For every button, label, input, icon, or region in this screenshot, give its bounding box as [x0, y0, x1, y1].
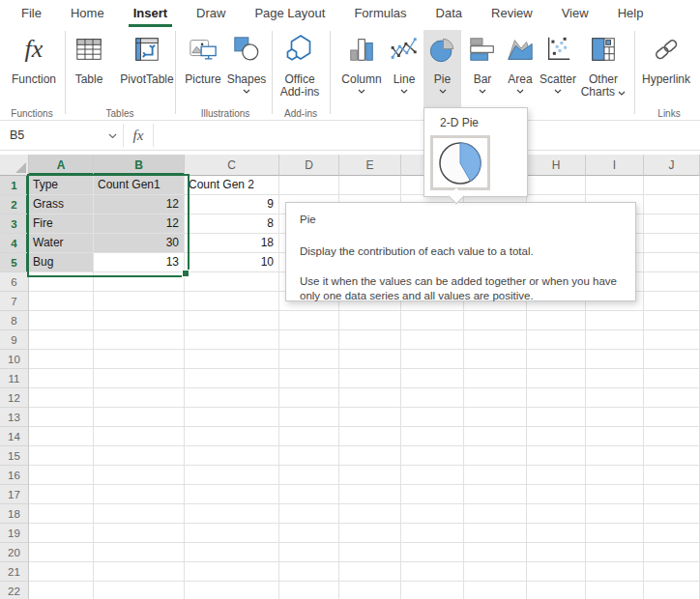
tab-file[interactable]: File — [21, 0, 42, 27]
cell-C20[interactable] — [185, 543, 279, 562]
cell-I12[interactable] — [586, 388, 644, 408]
cell-F13[interactable] — [401, 408, 464, 427]
cell-D22[interactable] — [279, 582, 339, 599]
cell-I18[interactable] — [586, 504, 644, 524]
cell-F8[interactable] — [401, 311, 464, 330]
select-all-corner[interactable] — [0, 155, 29, 176]
cell-B16[interactable] — [94, 466, 185, 485]
cell-I9[interactable] — [586, 330, 644, 350]
scatter-chart-button[interactable]: Scatter — [538, 30, 578, 94]
cell-C9[interactable] — [185, 330, 279, 350]
col-header-D[interactable]: D — [279, 155, 339, 176]
cell-I17[interactable] — [586, 485, 644, 504]
column-chart-button[interactable]: Column — [338, 30, 385, 94]
cell-B7[interactable] — [94, 292, 185, 311]
cell-J20[interactable] — [644, 543, 700, 562]
row-header-8[interactable]: 8 — [0, 311, 29, 330]
cell-F9[interactable] — [401, 330, 464, 350]
cell-G19[interactable] — [464, 524, 527, 543]
row-header-18[interactable]: 18 — [0, 504, 29, 524]
cell-J18[interactable] — [644, 504, 700, 524]
cell-B18[interactable] — [94, 504, 185, 524]
name-box-chevron-icon[interactable] — [108, 133, 117, 139]
cell-G12[interactable] — [464, 388, 527, 408]
cell-A6[interactable] — [29, 272, 94, 292]
col-header-H[interactable]: H — [527, 155, 586, 176]
cell-H16[interactable] — [527, 466, 586, 485]
row-header-2[interactable]: 2 — [0, 195, 29, 214]
cell-E15[interactable] — [339, 446, 401, 466]
cell-H8[interactable] — [527, 311, 586, 330]
name-box[interactable]: B5 — [0, 121, 123, 150]
cell-B13[interactable] — [94, 408, 185, 427]
cell-E19[interactable] — [339, 524, 401, 543]
cell-A9[interactable] — [29, 330, 94, 350]
cell-E14[interactable] — [339, 427, 401, 446]
cell-G18[interactable] — [464, 504, 527, 524]
cell-C12[interactable] — [185, 388, 279, 408]
cell-C19[interactable] — [185, 524, 279, 543]
cell-A10[interactable] — [29, 350, 94, 369]
cell-A8[interactable] — [29, 311, 94, 330]
cell-D1[interactable] — [279, 176, 339, 195]
tab-page-layout[interactable]: Page Layout — [254, 0, 325, 27]
cell-E13[interactable] — [339, 408, 401, 427]
cell-J7[interactable] — [644, 292, 700, 311]
cell-F12[interactable] — [401, 388, 464, 408]
row-header-4[interactable]: 4 — [0, 234, 29, 253]
tab-review[interactable]: Review — [491, 0, 533, 27]
tab-home[interactable]: Home — [71, 0, 104, 27]
row-header-11[interactable]: 11 — [0, 369, 29, 388]
row-header-7[interactable]: 7 — [0, 292, 29, 311]
cell-E8[interactable] — [339, 311, 401, 330]
tab-formulas[interactable]: Formulas — [354, 0, 406, 27]
cell-B17[interactable] — [94, 485, 185, 504]
cell-J19[interactable] — [644, 524, 700, 543]
cell-H18[interactable] — [527, 504, 586, 524]
row-header-13[interactable]: 13 — [0, 408, 29, 427]
cell-J16[interactable] — [644, 466, 700, 485]
cell-B19[interactable] — [94, 524, 185, 543]
cell-I15[interactable] — [586, 446, 644, 466]
row-header-12[interactable]: 12 — [0, 388, 29, 408]
cell-I13[interactable] — [586, 408, 644, 427]
picture-button[interactable]: Picture — [182, 30, 224, 86]
cell-G13[interactable] — [464, 408, 527, 427]
cell-I19[interactable] — [586, 524, 644, 543]
row-header-17[interactable]: 17 — [0, 485, 29, 504]
cell-A2[interactable]: Grass — [29, 195, 94, 214]
cell-D13[interactable] — [279, 408, 339, 427]
cell-G10[interactable] — [464, 350, 527, 369]
cell-A21[interactable] — [29, 562, 94, 582]
cell-D21[interactable] — [279, 562, 339, 582]
cell-H15[interactable] — [527, 446, 586, 466]
cell-G21[interactable] — [464, 562, 527, 582]
cell-B1[interactable]: Count Gen1 — [94, 176, 185, 195]
cell-H13[interactable] — [527, 408, 586, 427]
fill-handle[interactable] — [182, 270, 190, 277]
cell-I14[interactable] — [586, 427, 644, 446]
cell-J2[interactable] — [644, 195, 700, 214]
cell-I11[interactable] — [586, 369, 644, 388]
row-header-3[interactable]: 3 — [0, 214, 29, 234]
tab-data[interactable]: Data — [436, 0, 462, 27]
cell-D8[interactable] — [279, 311, 339, 330]
cell-D20[interactable] — [279, 543, 339, 562]
row-header-6[interactable]: 6 — [0, 272, 29, 292]
cell-F14[interactable] — [401, 427, 464, 446]
cell-J14[interactable] — [644, 427, 700, 446]
cell-B5[interactable]: 13 — [94, 253, 185, 272]
cell-A14[interactable] — [29, 427, 94, 446]
other-charts-button[interactable]: Other Charts — [580, 30, 627, 99]
cell-D19[interactable] — [279, 524, 339, 543]
cell-A3[interactable]: Fire — [29, 214, 94, 234]
cell-A20[interactable] — [29, 543, 94, 562]
cell-J12[interactable] — [644, 388, 700, 408]
cell-H19[interactable] — [527, 524, 586, 543]
cell-G8[interactable] — [464, 311, 527, 330]
cell-C14[interactable] — [185, 427, 279, 446]
cell-A11[interactable] — [29, 369, 94, 388]
cell-B12[interactable] — [94, 388, 185, 408]
col-header-J[interactable]: J — [644, 155, 700, 176]
cell-D12[interactable] — [279, 388, 339, 408]
